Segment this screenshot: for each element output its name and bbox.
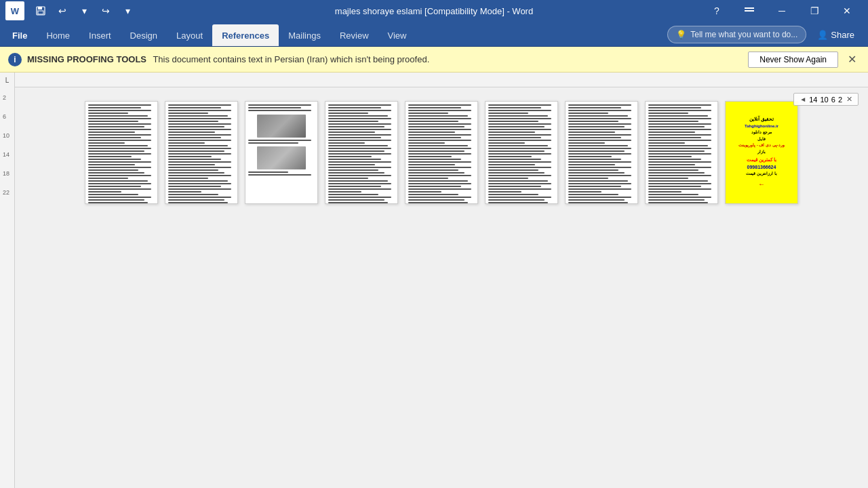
ribbon-display-button[interactable]: [734, 0, 765, 22]
tab-review[interactable]: Review: [330, 24, 378, 46]
svg-rect-1: [38, 7, 42, 9]
lightbulb-icon: 💡: [676, 30, 686, 39]
page-8[interactable]: [645, 101, 718, 204]
notification-close-button[interactable]: ✕: [844, 52, 860, 68]
ribbon-tabs: File Home Insert Design Layout Reference…: [0, 22, 868, 46]
account-icon: 👤: [817, 30, 828, 40]
title-bar-left: W ↩ ▾ ↪ ▾: [5, 1, 137, 20]
document-content-area[interactable]: ◄ 14 10 6 2 ✕: [15, 87, 868, 488]
page-9[interactable]: تحقیق آنلاین Tahghighonline.ir مرجع دانل…: [725, 101, 798, 204]
customize-qat-button[interactable]: ▾: [118, 1, 137, 20]
horizontal-ruler: [15, 73, 868, 87]
redo-button[interactable]: ↪: [96, 1, 115, 20]
zoom-value-2[interactable]: 2: [838, 96, 842, 104]
page-2[interactable]: [165, 101, 238, 204]
share-button[interactable]: 👤 Share: [812, 30, 860, 40]
window-controls: ? ─ ❐ ✕: [701, 0, 863, 22]
zoom-value-14[interactable]: 14: [809, 96, 817, 104]
notification-message: This document contains text in Persian (…: [153, 54, 429, 64]
ruler-num-22: 22: [3, 189, 9, 196]
help-button[interactable]: ?: [701, 0, 732, 22]
zoom-close-icon[interactable]: ✕: [846, 95, 852, 104]
ruler-corner[interactable]: L: [0, 73, 15, 87]
never-show-again-button[interactable]: Never Show Again: [748, 52, 838, 68]
ruler-num-10: 10: [3, 132, 9, 139]
tell-me-text: Tell me what you want to do...: [690, 30, 797, 39]
page-6[interactable]: [485, 101, 558, 204]
ruler-num-14: 14: [3, 151, 9, 158]
tab-file[interactable]: File: [3, 24, 37, 46]
minimize-button[interactable]: ─: [766, 0, 797, 22]
restore-button[interactable]: ❐: [799, 0, 830, 22]
page-1[interactable]: [85, 101, 158, 204]
tab-layout[interactable]: Layout: [167, 24, 212, 46]
quick-access-toolbar: ↩ ▾ ↪ ▾: [31, 1, 137, 20]
tab-mailings[interactable]: Mailings: [279, 24, 330, 46]
page-7[interactable]: [565, 101, 638, 204]
undo-dropdown-button[interactable]: ▾: [75, 1, 94, 20]
save-button[interactable]: [31, 1, 50, 20]
pages-container: تحقیق آنلاین Tahghighonline.ir مرجع دانل…: [15, 101, 868, 204]
undo-button[interactable]: ↩: [53, 1, 72, 20]
share-label: Share: [831, 30, 854, 40]
svg-rect-5: [15, 73, 868, 87]
zoom-arrow-icon[interactable]: ◄: [800, 96, 806, 103]
tab-insert[interactable]: Insert: [79, 24, 121, 46]
ruler-numbers: 2 6 10 14 18 22: [3, 87, 9, 196]
notification-bar: i MISSING PROOFING TOOLS This document c…: [0, 47, 868, 73]
tab-home[interactable]: Home: [37, 24, 79, 46]
svg-rect-4: [745, 10, 754, 12]
tab-references[interactable]: References: [212, 24, 279, 46]
zoom-value-6[interactable]: 6: [831, 96, 835, 104]
ribbon-right-area: 💡 Tell me what you want to do... 👤 Share: [667, 26, 865, 46]
title-bar: W ↩ ▾ ↪ ▾ majles shoraye eslami [Compati…: [0, 0, 868, 22]
close-button[interactable]: ✕: [831, 0, 863, 22]
ruler-num-2: 2: [3, 94, 9, 101]
zoom-value-10[interactable]: 10: [821, 96, 829, 104]
ruler-num-18: 18: [3, 170, 9, 177]
main-area: 2 6 10 14 18 22 ◄ 14 10 6 2 ✕: [0, 87, 868, 488]
ribbon: File Home Insert Design Layout Reference…: [0, 22, 868, 47]
tab-design[interactable]: Design: [121, 24, 167, 46]
document-title: majles shoraye eslami [Compatibility Mod…: [335, 6, 533, 16]
notification-title: MISSING PROOFING TOOLS: [27, 54, 146, 64]
zoom-controls: ◄ 14 10 6 2 ✕: [793, 93, 859, 106]
svg-rect-3: [745, 7, 754, 9]
page-4[interactable]: [325, 101, 398, 204]
word-icon: W: [5, 1, 24, 20]
vertical-ruler: 2 6 10 14 18 22: [0, 87, 15, 488]
pages-row: تحقیق آنلاین Tahghighonline.ir مرجع دانل…: [85, 101, 798, 204]
notification-icon: i: [8, 53, 22, 66]
ruler-num-6: 6: [3, 113, 9, 120]
notification-text: MISSING PROOFING TOOLS This document con…: [27, 54, 743, 64]
tab-view[interactable]: View: [378, 24, 416, 46]
page-3[interactable]: [245, 101, 318, 204]
ruler-row: L: [0, 73, 868, 87]
tell-me-input[interactable]: 💡 Tell me what you want to do...: [667, 26, 806, 43]
svg-rect-2: [38, 11, 43, 14]
page-5[interactable]: [405, 101, 478, 204]
